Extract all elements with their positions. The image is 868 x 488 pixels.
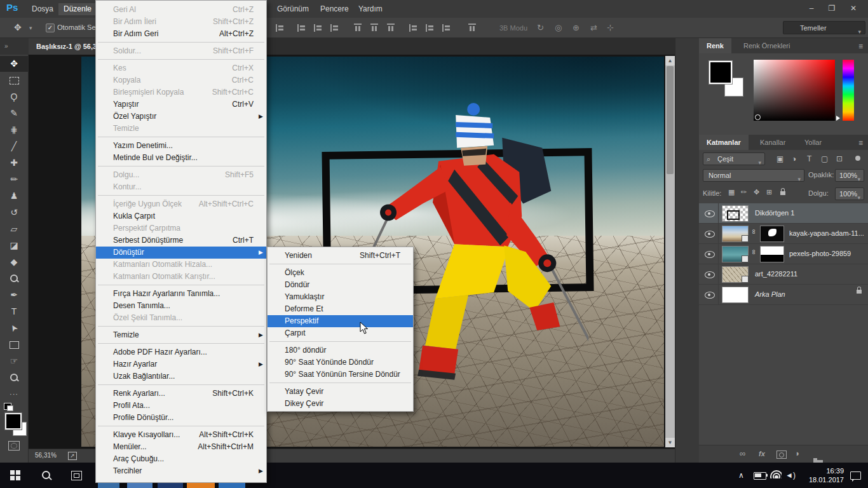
rectangular-marquee-tool[interactable]: [0, 72, 28, 88]
tray-chevron-icon[interactable]: ∧: [738, 471, 744, 480]
minimize-button[interactable]: –: [803, 4, 820, 14]
zoom-tool[interactable]: [0, 370, 28, 386]
submenu-item-180-dondur[interactable]: 180° döndür: [268, 344, 413, 356]
submenu-item-90-saat-yonunde[interactable]: 90° Saat Yönünde Döndür: [268, 356, 413, 369]
restore-button[interactable]: ❐: [824, 4, 840, 14]
layer-thumbnail[interactable]: [722, 205, 749, 222]
volume-icon[interactable]: ◄): [785, 471, 796, 480]
menu-item-klavye-kisayollari[interactable]: Klavye Kısayolları...Alt+Shift+Ctrl+K: [96, 429, 266, 441]
history-brush-tool[interactable]: ↺: [0, 205, 28, 220]
eye-icon[interactable]: [705, 231, 715, 238]
3d-zoom-icon[interactable]: ⊹: [607, 23, 614, 32]
swap-colors-icon[interactable]: [7, 405, 13, 411]
taskbar-app-sliver-2[interactable]: [127, 483, 153, 488]
lock-position-icon[interactable]: ✥: [754, 188, 759, 196]
lock-artboard-icon[interactable]: ⊞: [766, 188, 772, 196]
menu-item-serbest-donusturme[interactable]: Serbest DönüştürmeCtrl+T: [96, 234, 266, 247]
menu-item-geri-al[interactable]: Geri AlCtrl+Z: [96, 4, 266, 16]
scroll-down-icon[interactable]: ▼: [665, 438, 675, 447]
taskbar-app-sliver-1[interactable]: [98, 483, 119, 488]
menu-item-adobe-pdf-hazir-ayarlari[interactable]: Adobe PDF Hazır Ayarları...: [96, 346, 266, 358]
toolbar-collapse-icon[interactable]: »: [0, 38, 29, 55]
3d-roll-icon[interactable]: ◎: [555, 23, 562, 32]
quick-selection-tool[interactable]: ✎: [0, 105, 28, 121]
layer-row-art[interactable]: art_42282211: [699, 264, 868, 285]
menu-item-kontur[interactable]: Kontur...: [96, 181, 266, 193]
menu-item-menuler[interactable]: Menüler...Alt+Shift+Ctrl+M: [96, 441, 266, 453]
filter-shape-icon[interactable]: ▢: [821, 154, 828, 163]
color-panel-menu-icon[interactable]: ≡: [858, 42, 863, 51]
eraser-tool[interactable]: ▱: [0, 221, 28, 237]
lock-all-icon[interactable]: [780, 191, 785, 195]
distribute-spacing-icon[interactable]: [468, 24, 476, 32]
tool-preset-chevron-icon[interactable]: ▾: [29, 25, 32, 31]
zoom-level[interactable]: 56,31%: [35, 452, 57, 459]
crop-tool[interactable]: ⋕: [0, 122, 28, 138]
filter-smart-object-icon[interactable]: ⊡: [836, 154, 843, 163]
menu-item-perspektif-carpitma[interactable]: Perspektif Çarpıtma: [96, 222, 266, 234]
menu-item-ozel-sekil-tanimla[interactable]: Özel Şekil Tanımla...: [96, 312, 266, 324]
layer-row-kayak[interactable]: ∞ kayak-yapan-adam-11...: [699, 224, 868, 244]
eye-icon[interactable]: [705, 210, 715, 217]
saturation-cursor[interactable]: [755, 114, 761, 120]
menu-item-donustur[interactable]: Dönüştür▶: [96, 247, 266, 259]
taskbar-app-sliver-5[interactable]: [219, 483, 245, 488]
gradient-tool[interactable]: ◪: [0, 238, 28, 254]
menu-item-katmanlari-otomatik-karistir[interactable]: Katmanları Otomatik Karıştır...: [96, 271, 266, 283]
quick-mask-button[interactable]: [8, 441, 20, 451]
submenu-item-olcek[interactable]: Ölçek: [268, 267, 413, 279]
layer-thumbnail[interactable]: [722, 287, 749, 303]
submenu-item-90-tersine[interactable]: 90° Saat Yönünün Tersine Döndür: [268, 369, 413, 381]
menu-item-kopyala[interactable]: KopyalaCtrl+C: [96, 74, 266, 86]
scrollbar-thumb[interactable]: [667, 66, 674, 174]
menu-item-uzak-baglantilar[interactable]: Uzak Bağlantılar...: [96, 370, 266, 383]
submenu-item-yatay-cevir[interactable]: Yatay Çevir: [268, 386, 413, 398]
blend-mode-select[interactable]: Normal ▾: [703, 169, 804, 182]
menu-item-arac-cubugu[interactable]: Araç Çubuğu...: [96, 453, 266, 465]
clone-stamp-tool[interactable]: ♟: [0, 188, 28, 204]
rectangle-shape-tool[interactable]: [0, 337, 28, 353]
lock-transparency-icon[interactable]: ▦: [728, 188, 735, 196]
layer-thumbnail[interactable]: [722, 246, 749, 262]
tab-kanallar[interactable]: Kanallar: [752, 135, 793, 150]
taskbar-search-icon[interactable]: [42, 471, 50, 479]
battery-icon[interactable]: [754, 472, 766, 480]
menu-item-bir-adim-geri[interactable]: Bir Adım GeriAlt+Ctrl+Z: [96, 28, 266, 40]
tab-yollar[interactable]: Yollar: [797, 135, 829, 150]
align-left-edges-icon[interactable]: [297, 24, 306, 32]
menu-item-temizle-2[interactable]: Temizle▶: [96, 329, 266, 341]
foreground-color-swatch[interactable]: [5, 413, 22, 430]
align-top-icon[interactable]: [354, 24, 362, 32]
menu-item-bir-adim-ileri[interactable]: Bir Adım İleriShift+Ctrl+Z: [96, 16, 266, 28]
submenu-item-deforme-et[interactable]: Deforme Et: [268, 303, 413, 315]
hand-tool[interactable]: ☞: [0, 353, 28, 369]
auto-select-checkbox[interactable]: ✓: [46, 24, 55, 32]
submenu-item-perspektif[interactable]: Perspektif: [268, 315, 413, 327]
menu-item-dolgu[interactable]: Dolgu...Shift+F5: [96, 169, 266, 181]
layer-row-dikdortgen[interactable]: Dikdörtgen 1: [699, 203, 868, 224]
move-tool[interactable]: ✥: [0, 56, 28, 72]
layer-thumbnail[interactable]: [722, 266, 749, 283]
menu-item-metinde-bul[interactable]: Metinde Bul ve Değiştir...: [96, 152, 266, 164]
taskbar-app-sliver-3[interactable]: [158, 483, 183, 488]
eye-icon[interactable]: [705, 251, 715, 258]
taskbar-app-sliver-4[interactable]: [187, 483, 215, 488]
close-button[interactable]: ✕: [845, 4, 862, 14]
menu-item-temizle[interactable]: Temizle: [96, 123, 266, 135]
menu-pencere[interactable]: Pencere: [315, 3, 354, 15]
align-bottom-edges-icon[interactable]: [387, 24, 395, 32]
menu-item-profile-donustur[interactable]: Profile Dönüştür...: [96, 412, 266, 424]
link-layers-icon[interactable]: ∞: [740, 449, 745, 458]
menu-item-soldur[interactable]: Soldur...Shift+Ctrl+F: [96, 45, 266, 57]
adjustment-layer-icon[interactable]: ◑: [794, 449, 799, 458]
align-top-edges-icon[interactable]: [276, 24, 285, 32]
submenu-item-dondur[interactable]: Döndür: [268, 279, 413, 291]
submenu-item-yeniden[interactable]: YenidenShift+Ctrl+T: [268, 250, 413, 262]
tab-renk-ornekleri[interactable]: Renk Örnekleri: [736, 38, 797, 53]
align-vertical-centers-icon[interactable]: [370, 24, 378, 32]
layer-style-icon[interactable]: fx: [759, 450, 765, 458]
lasso-tool[interactable]: Ϙ: [0, 89, 28, 105]
scroll-up-icon[interactable]: ▲: [665, 56, 675, 65]
opacity-value[interactable]: 100% ▾: [835, 169, 864, 182]
3d-pan-icon[interactable]: ⊕: [573, 23, 580, 32]
